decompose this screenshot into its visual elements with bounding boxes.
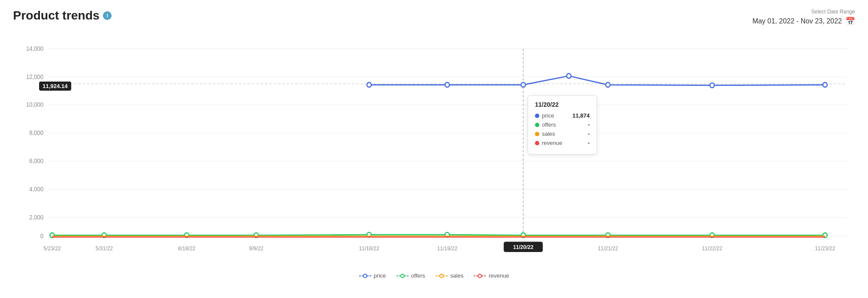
svg-text:8/18/22: 8/18/22	[178, 245, 195, 252]
legend-line-sales-svg	[436, 273, 448, 278]
legend-label-price: price	[374, 272, 386, 279]
svg-point-49	[401, 274, 404, 278]
svg-text:12,000: 12,000	[26, 73, 43, 80]
chart-area: 11,924.14 14,000 12,000 10,000 8,000 6,0…	[13, 35, 855, 269]
svg-point-39	[367, 82, 371, 87]
calendar-icon[interactable]: 📅	[845, 16, 855, 26]
header: Product trends i Select Date Range May 0…	[13, 9, 855, 26]
svg-point-44	[710, 83, 714, 88]
svg-text:11/23/22: 11/23/22	[815, 245, 835, 252]
svg-text:5/31/22: 5/31/22	[96, 245, 113, 252]
svg-point-51	[440, 274, 443, 278]
svg-text:10,000: 10,000	[26, 102, 43, 108]
legend-line-revenue-svg	[474, 273, 486, 278]
svg-text:5/23/22: 5/23/22	[43, 245, 61, 252]
svg-point-41	[521, 82, 525, 87]
svg-text:8,000: 8,000	[29, 130, 43, 137]
svg-text:6,000: 6,000	[29, 157, 43, 164]
legend-item-price: price	[359, 272, 386, 279]
chart-svg: 14,000 12,000 10,000 8,000 6,000 4,000 2…	[13, 35, 855, 269]
svg-text:11/21/22: 11/21/22	[598, 245, 618, 252]
title-area: Product trends i	[13, 9, 112, 23]
date-range-label: Select Date Range	[811, 9, 855, 15]
svg-text:2,000: 2,000	[29, 214, 43, 221]
page-title: Product trends	[13, 9, 99, 23]
svg-point-40	[445, 82, 449, 87]
date-range-area: Select Date Range May 01, 2022 - Nov 23,…	[752, 9, 855, 26]
svg-text:11/19/22: 11/19/22	[437, 245, 458, 252]
svg-text:11/22/22: 11/22/22	[702, 245, 723, 252]
svg-text:0: 0	[40, 233, 43, 239]
page-container: Product trends i Select Date Range May 0…	[0, 0, 868, 298]
legend-line-offers-svg	[396, 273, 409, 278]
svg-text:11/20/22: 11/20/22	[513, 244, 534, 250]
svg-point-42	[567, 74, 571, 79]
svg-text:14,000: 14,000	[26, 45, 43, 52]
legend-item-sales: sales	[436, 272, 463, 279]
legend-label-revenue: revenue	[488, 272, 509, 279]
legend-item-offers: offers	[396, 272, 425, 279]
svg-text:11/18/22: 11/18/22	[359, 245, 380, 252]
legend-label-sales: sales	[450, 272, 463, 279]
svg-point-47	[363, 274, 367, 278]
info-icon[interactable]: i	[103, 11, 112, 20]
date-range-text: May 01, 2022 - Nov 23, 2022	[752, 17, 842, 25]
svg-point-43	[606, 82, 610, 87]
legend-label-offers: offers	[411, 272, 425, 279]
legend-item-revenue: revenue	[474, 272, 509, 279]
svg-text:4,000: 4,000	[29, 186, 43, 193]
svg-point-45	[823, 82, 827, 87]
chart-legend: price offers sales revenue	[13, 272, 855, 279]
date-range-selector[interactable]: May 01, 2022 - Nov 23, 2022 📅	[752, 16, 855, 26]
legend-line-price-svg	[359, 273, 371, 278]
svg-point-53	[478, 274, 482, 278]
svg-text:9/9/22: 9/9/22	[249, 245, 263, 252]
current-value-label: 11,924.14	[39, 82, 71, 91]
